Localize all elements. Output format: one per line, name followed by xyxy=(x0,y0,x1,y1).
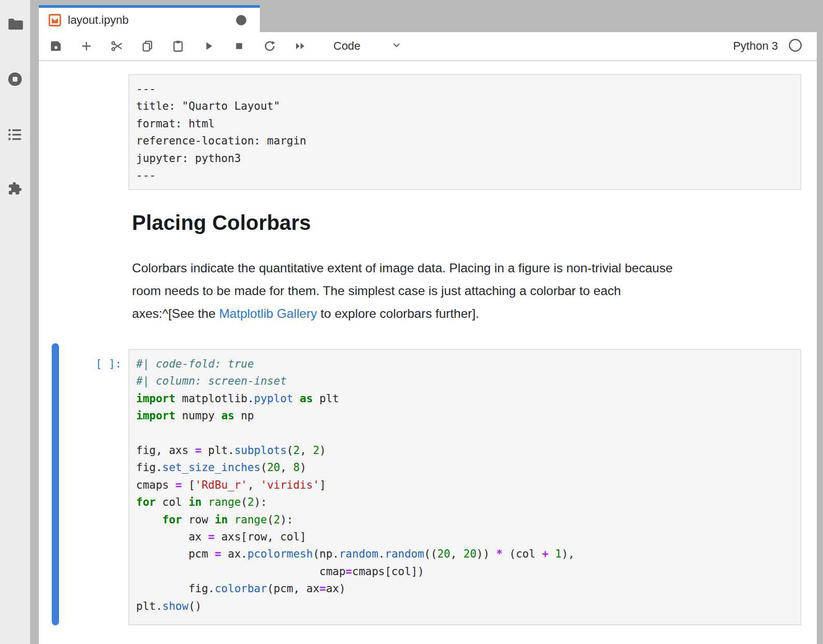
extensions-icon xyxy=(7,180,23,199)
code-line: plt.show() xyxy=(136,598,793,615)
tab-layout-ipynb[interactable]: layout.ipynb xyxy=(39,5,260,32)
paragraph-line-2: room needs to be made for them. The simp… xyxy=(132,280,805,302)
paragraph-line-3-pre: axes:^[See the xyxy=(132,306,219,320)
code-line: fig.set_size_inches(20, 8) xyxy=(136,459,793,476)
kernel-status-idle-icon xyxy=(788,38,802,54)
interrupt-kernel-button[interactable] xyxy=(232,39,246,53)
main-panel: layout.ipynb xyxy=(39,0,817,644)
save-button[interactable] xyxy=(49,39,63,53)
cell-type-dropdown[interactable]: Code xyxy=(333,39,402,53)
code-line: import matplotlib.pyplot as plt xyxy=(136,390,793,407)
folder-icon xyxy=(7,16,23,34)
notebook-toolbar: Code Python 3 xyxy=(39,32,817,61)
running-kernels-icon xyxy=(7,71,23,90)
code-line: pcm = ax.pcolormesh(np.random.random((20… xyxy=(136,546,793,563)
code-line: cmaps = ['RdBu_r', 'viridis'] xyxy=(136,477,793,494)
section-heading: Placing Colorbars xyxy=(132,211,311,235)
active-cell-collapser[interactable] xyxy=(52,343,59,625)
table-of-contents-icon xyxy=(7,126,23,145)
restart-kernel-button[interactable] xyxy=(263,39,276,53)
code-line: fig, axs = plt.subplots(2, 2) xyxy=(136,442,793,459)
paste-cells-button[interactable] xyxy=(171,39,185,53)
activity-sidebar xyxy=(0,0,30,644)
cut-cells-button[interactable] xyxy=(110,39,124,53)
code-line: for col in range(2): xyxy=(136,494,793,511)
unsaved-changes-indicator[interactable] xyxy=(236,15,246,25)
code-line: ax = axs[row, col] xyxy=(136,529,793,546)
code-line: fig.colorbar(pcm, ax=ax) xyxy=(136,580,793,597)
raw-cell-yaml-frontmatter[interactable]: --- title: "Quarto Layout" format: html … xyxy=(128,74,801,190)
paragraph-line-1: Colorbars indicate the quantitative exte… xyxy=(132,257,805,280)
paragraph-line-3: axes:^[See the Matplotlib Gallery to exp… xyxy=(132,302,805,325)
paragraph-line-3-post: to explore colorbars further]. xyxy=(317,306,479,320)
sidebar-item-table-of-contents[interactable] xyxy=(0,120,30,151)
sidebar-item-running-kernels[interactable] xyxy=(0,65,30,96)
chevron-down-icon xyxy=(361,39,402,53)
cell-type-value: Code xyxy=(333,39,361,53)
code-line xyxy=(136,425,793,442)
matplotlib-gallery-link[interactable]: Matplotlib Gallery xyxy=(219,306,317,320)
input-prompt: [ ]: xyxy=(70,356,122,373)
tab-bar: layout.ipynb xyxy=(39,0,823,32)
markdown-paragraph: Colorbars indicate the quantitative exte… xyxy=(132,257,805,325)
code-line: for row in range(2): xyxy=(136,511,793,529)
code-line: cmap=cmaps[col]) xyxy=(136,563,793,580)
sidebar-item-extensions[interactable] xyxy=(0,174,30,205)
notebook-file-icon xyxy=(48,13,62,27)
run-cell-button[interactable] xyxy=(202,39,215,53)
code-editor[interactable]: #| code-fold: true#| column: screen-inse… xyxy=(128,349,801,625)
sidebar-item-file-browser[interactable] xyxy=(0,9,30,40)
code-line: #| code-fold: true xyxy=(136,356,793,373)
notebook-content: --- title: "Quarto Layout" format: html … xyxy=(39,61,817,644)
copy-cells-button[interactable] xyxy=(141,39,154,53)
kernel-name[interactable]: Python 3 xyxy=(733,39,778,53)
raw-cell-text: --- title: "Quarto Layout" format: html … xyxy=(136,81,793,184)
kernel-indicator: Python 3 xyxy=(733,38,802,54)
restart-run-all-button[interactable] xyxy=(293,39,307,53)
insert-cell-button[interactable] xyxy=(80,39,93,53)
code-line: #| column: screen-inset xyxy=(136,373,793,390)
code-line: import numpy as np xyxy=(136,407,793,425)
tab-title: layout.ipynb xyxy=(68,13,128,27)
